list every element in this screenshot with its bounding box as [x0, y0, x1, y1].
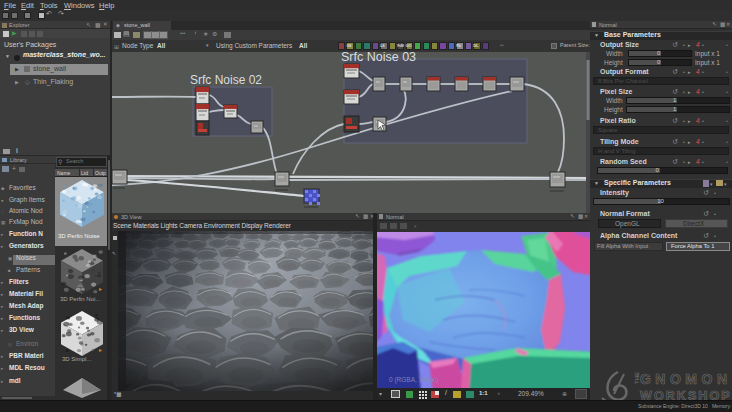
svg-text:Srfc Noise 02: Srfc Noise 02: [190, 73, 262, 87]
svg-text:GNOMON: GNOMON: [640, 371, 728, 387]
svg-text:Srfc Noise 03: Srfc Noise 03: [341, 52, 416, 64]
